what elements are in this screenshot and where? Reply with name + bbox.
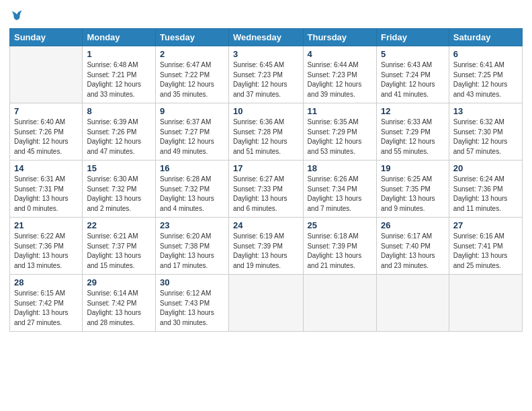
day-info: Sunrise: 6:12 AM Sunset: 7:43 PM Dayligh… xyxy=(160,289,224,328)
calendar-cell: 4Sunrise: 6:44 AM Sunset: 7:23 PM Daylig… xyxy=(303,46,376,103)
day-info: Sunrise: 6:30 AM Sunset: 7:32 PM Dayligh… xyxy=(87,175,151,214)
day-number: 5 xyxy=(381,49,445,59)
day-number: 1 xyxy=(87,49,151,59)
calendar-cell: 13Sunrise: 6:32 AM Sunset: 7:30 PM Dayli… xyxy=(449,103,522,161)
calendar-week-row: 14Sunrise: 6:31 AM Sunset: 7:31 PM Dayli… xyxy=(10,161,523,218)
day-number: 23 xyxy=(160,220,224,230)
calendar-cell: 16Sunrise: 6:28 AM Sunset: 7:32 PM Dayli… xyxy=(156,161,229,218)
day-number: 14 xyxy=(14,163,78,173)
day-number: 17 xyxy=(233,163,299,173)
calendar-cell: 19Sunrise: 6:25 AM Sunset: 7:35 PM Dayli… xyxy=(376,161,449,218)
day-number: 4 xyxy=(308,49,372,59)
calendar-week-row: 28Sunrise: 6:15 AM Sunset: 7:42 PM Dayli… xyxy=(10,275,523,332)
calendar-cell: 8Sunrise: 6:39 AM Sunset: 7:26 PM Daylig… xyxy=(83,103,156,161)
day-info: Sunrise: 6:45 AM Sunset: 7:23 PM Dayligh… xyxy=(233,60,299,99)
calendar-dow-monday: Monday xyxy=(83,29,156,46)
day-number: 19 xyxy=(381,163,445,173)
calendar-cell: 22Sunrise: 6:21 AM Sunset: 7:37 PM Dayli… xyxy=(83,218,156,275)
day-info: Sunrise: 6:39 AM Sunset: 7:26 PM Dayligh… xyxy=(87,118,151,156)
day-number: 24 xyxy=(233,220,299,230)
day-info: Sunrise: 6:37 AM Sunset: 7:27 PM Dayligh… xyxy=(160,118,224,156)
calendar-cell: 24Sunrise: 6:19 AM Sunset: 7:39 PM Dayli… xyxy=(228,218,303,275)
day-info: Sunrise: 6:15 AM Sunset: 7:42 PM Dayligh… xyxy=(14,289,78,328)
day-info: Sunrise: 6:26 AM Sunset: 7:34 PM Dayligh… xyxy=(308,175,372,214)
calendar-dow-saturday: Saturday xyxy=(449,29,522,46)
calendar-cell: 1Sunrise: 6:48 AM Sunset: 7:21 PM Daylig… xyxy=(83,46,156,103)
calendar-cell xyxy=(449,275,522,332)
logo xyxy=(9,7,23,23)
day-info: Sunrise: 6:22 AM Sunset: 7:36 PM Dayligh… xyxy=(14,232,78,271)
calendar-cell: 9Sunrise: 6:37 AM Sunset: 7:27 PM Daylig… xyxy=(156,103,229,161)
day-info: Sunrise: 6:21 AM Sunset: 7:37 PM Dayligh… xyxy=(87,232,151,271)
calendar-table: SundayMondayTuesdayWednesdayThursdayFrid… xyxy=(9,28,523,332)
day-info: Sunrise: 6:19 AM Sunset: 7:39 PM Dayligh… xyxy=(233,232,299,271)
day-number: 18 xyxy=(308,163,372,173)
day-info: Sunrise: 6:18 AM Sunset: 7:39 PM Dayligh… xyxy=(308,232,372,271)
calendar-week-row: 21Sunrise: 6:22 AM Sunset: 7:36 PM Dayli… xyxy=(10,218,523,275)
day-number: 27 xyxy=(453,220,518,230)
calendar-cell: 18Sunrise: 6:26 AM Sunset: 7:34 PM Dayli… xyxy=(303,161,376,218)
calendar-dow-thursday: Thursday xyxy=(303,29,376,46)
day-number: 6 xyxy=(453,49,518,59)
day-info: Sunrise: 6:32 AM Sunset: 7:30 PM Dayligh… xyxy=(453,118,518,156)
day-info: Sunrise: 6:43 AM Sunset: 7:24 PM Dayligh… xyxy=(381,60,445,99)
day-number: 20 xyxy=(453,163,518,173)
day-number: 3 xyxy=(233,49,299,59)
day-number: 15 xyxy=(87,163,151,173)
day-number: 9 xyxy=(160,106,224,116)
day-number: 28 xyxy=(14,277,78,287)
day-info: Sunrise: 6:48 AM Sunset: 7:21 PM Dayligh… xyxy=(87,60,151,99)
calendar-dow-friday: Friday xyxy=(376,29,449,46)
day-info: Sunrise: 6:40 AM Sunset: 7:26 PM Dayligh… xyxy=(14,118,78,156)
calendar-cell: 2Sunrise: 6:47 AM Sunset: 7:22 PM Daylig… xyxy=(156,46,229,103)
day-info: Sunrise: 6:24 AM Sunset: 7:36 PM Dayligh… xyxy=(453,175,518,214)
calendar-cell xyxy=(376,275,449,332)
day-info: Sunrise: 6:36 AM Sunset: 7:28 PM Dayligh… xyxy=(233,118,299,156)
day-info: Sunrise: 6:20 AM Sunset: 7:38 PM Dayligh… xyxy=(160,232,224,271)
calendar-cell xyxy=(10,46,83,103)
calendar-cell xyxy=(228,275,303,332)
calendar-cell: 27Sunrise: 6:16 AM Sunset: 7:41 PM Dayli… xyxy=(449,218,522,275)
day-number: 21 xyxy=(14,220,78,230)
day-info: Sunrise: 6:31 AM Sunset: 7:31 PM Dayligh… xyxy=(14,175,78,214)
calendar-cell: 21Sunrise: 6:22 AM Sunset: 7:36 PM Dayli… xyxy=(10,218,83,275)
day-info: Sunrise: 6:35 AM Sunset: 7:29 PM Dayligh… xyxy=(308,118,372,156)
calendar-cell: 28Sunrise: 6:15 AM Sunset: 7:42 PM Dayli… xyxy=(10,275,83,332)
calendar-cell xyxy=(303,275,376,332)
day-number: 2 xyxy=(160,49,224,59)
calendar-cell: 26Sunrise: 6:17 AM Sunset: 7:40 PM Dayli… xyxy=(376,218,449,275)
day-number: 16 xyxy=(160,163,224,173)
calendar-cell: 11Sunrise: 6:35 AM Sunset: 7:29 PM Dayli… xyxy=(303,103,376,161)
day-info: Sunrise: 6:14 AM Sunset: 7:42 PM Dayligh… xyxy=(87,289,151,328)
day-number: 13 xyxy=(453,106,518,116)
day-number: 7 xyxy=(14,106,78,116)
calendar-cell: 7Sunrise: 6:40 AM Sunset: 7:26 PM Daylig… xyxy=(10,103,83,161)
day-number: 12 xyxy=(381,106,445,116)
calendar-cell: 12Sunrise: 6:33 AM Sunset: 7:29 PM Dayli… xyxy=(376,103,449,161)
logo-bird-icon xyxy=(11,9,23,21)
day-info: Sunrise: 6:44 AM Sunset: 7:23 PM Dayligh… xyxy=(308,60,372,99)
day-number: 25 xyxy=(308,220,372,230)
calendar-cell: 20Sunrise: 6:24 AM Sunset: 7:36 PM Dayli… xyxy=(449,161,522,218)
calendar-cell: 23Sunrise: 6:20 AM Sunset: 7:38 PM Dayli… xyxy=(156,218,229,275)
calendar-cell: 3Sunrise: 6:45 AM Sunset: 7:23 PM Daylig… xyxy=(228,46,303,103)
calendar-cell: 17Sunrise: 6:27 AM Sunset: 7:33 PM Dayli… xyxy=(228,161,303,218)
day-number: 11 xyxy=(308,106,372,116)
calendar-cell: 6Sunrise: 6:41 AM Sunset: 7:25 PM Daylig… xyxy=(449,46,522,103)
day-number: 30 xyxy=(160,277,224,287)
day-number: 29 xyxy=(87,277,151,287)
calendar-cell: 5Sunrise: 6:43 AM Sunset: 7:24 PM Daylig… xyxy=(376,46,449,103)
calendar-dow-wednesday: Wednesday xyxy=(228,29,303,46)
calendar-cell: 15Sunrise: 6:30 AM Sunset: 7:32 PM Dayli… xyxy=(83,161,156,218)
day-number: 10 xyxy=(233,106,299,116)
day-number: 22 xyxy=(87,220,151,230)
header xyxy=(9,7,523,23)
calendar-cell: 14Sunrise: 6:31 AM Sunset: 7:31 PM Dayli… xyxy=(10,161,83,218)
calendar-week-row: 7Sunrise: 6:40 AM Sunset: 7:26 PM Daylig… xyxy=(10,103,523,161)
day-info: Sunrise: 6:41 AM Sunset: 7:25 PM Dayligh… xyxy=(453,60,518,99)
day-info: Sunrise: 6:25 AM Sunset: 7:35 PM Dayligh… xyxy=(381,175,445,214)
day-info: Sunrise: 6:47 AM Sunset: 7:22 PM Dayligh… xyxy=(160,60,224,99)
calendar-cell: 10Sunrise: 6:36 AM Sunset: 7:28 PM Dayli… xyxy=(228,103,303,161)
day-info: Sunrise: 6:16 AM Sunset: 7:41 PM Dayligh… xyxy=(453,232,518,271)
page-container: SundayMondayTuesdayWednesdayThursdayFrid… xyxy=(0,0,532,341)
